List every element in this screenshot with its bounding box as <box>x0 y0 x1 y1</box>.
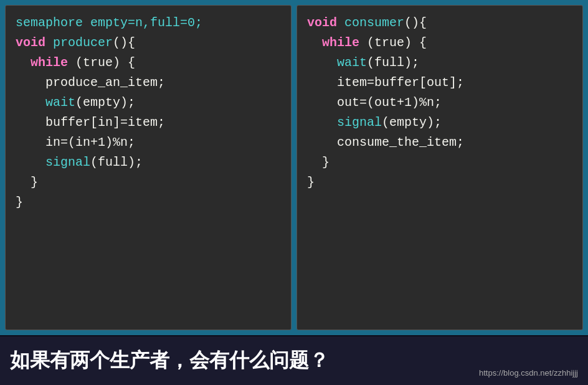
bottom-bar: 如果有两个生产者，会有什么问题？ https://blog.csdn.net/z… <box>0 335 588 385</box>
code-line: } <box>16 192 281 212</box>
code-line: void producer(){ <box>16 33 281 53</box>
code-line: } <box>307 153 572 173</box>
producer-panel: semaphore empty=n,full=0; void producer(… <box>5 5 292 330</box>
code-line: in=(in+1)%n; <box>16 133 281 153</box>
code-line: buffer[in]=item; <box>16 113 281 133</box>
code-line: while (true) { <box>307 33 572 53</box>
code-line: item=buffer[out]; <box>307 73 572 93</box>
code-line: } <box>16 173 281 192</box>
code-line: consume_the_item; <box>307 133 572 153</box>
code-line: semaphore empty=n,full=0; <box>16 13 281 33</box>
question-text: 如果有两个生产者，会有什么问题？ <box>10 347 329 374</box>
code-line: produce_an_item; <box>16 73 281 93</box>
code-line: } <box>307 173 572 192</box>
consumer-panel: void consumer(){ while (true) { wait(ful… <box>296 5 583 330</box>
code-panels: semaphore empty=n,full=0; void producer(… <box>0 0 588 335</box>
code-line: wait(full); <box>307 53 572 73</box>
code-line: wait(empty); <box>16 93 281 113</box>
code-line: out=(out+1)%n; <box>307 93 572 113</box>
code-line: void consumer(){ <box>307 13 572 33</box>
code-line: signal(full); <box>16 153 281 173</box>
url-text: https://blog.csdn.net/zzhhijjj <box>479 368 578 379</box>
code-line: while (true) { <box>16 53 281 73</box>
code-line: signal(empty); <box>307 113 572 133</box>
